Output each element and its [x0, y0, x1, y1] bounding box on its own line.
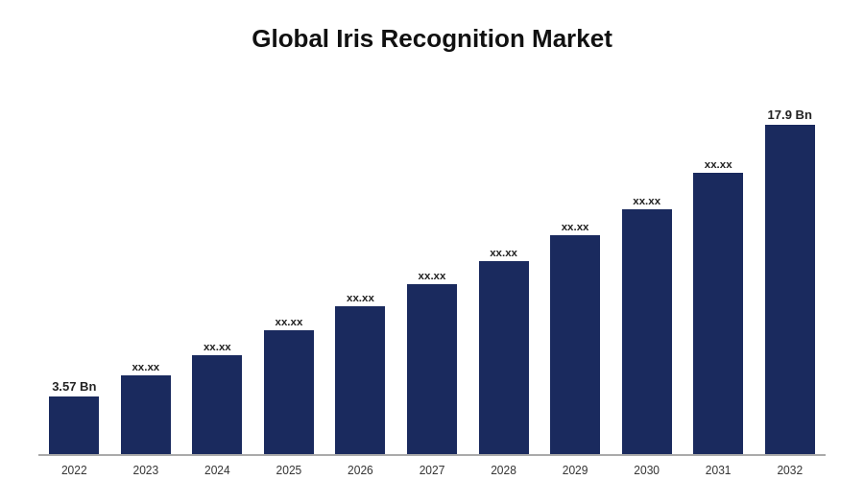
bar-rect: [49, 396, 99, 454]
bar-group: xx.xx2025: [253, 83, 325, 454]
bar-rect: [765, 125, 815, 454]
bar-group: xx.xx2028: [468, 83, 540, 454]
bar-year-label: 2026: [348, 464, 373, 477]
bar-year-label: 2032: [777, 464, 803, 477]
bar-value: xx.xx: [419, 270, 446, 281]
chart-title: Global Iris Recognition Market: [252, 24, 612, 54]
bar-value: xx.xx: [204, 341, 231, 352]
bar-value: 17.9 Bn: [768, 108, 812, 122]
bar-year-label: 2022: [61, 464, 87, 477]
bar-group: xx.xx2029: [540, 83, 612, 454]
bar-rect: [264, 330, 314, 454]
bar-value: xx.xx: [490, 247, 517, 258]
bar-group: xx.xx2026: [324, 83, 396, 454]
bar-group: xx.xx2023: [110, 83, 182, 454]
bar-rect: [622, 209, 672, 454]
bar-rect: [335, 306, 385, 454]
bar-group: xx.xx2031: [683, 83, 755, 454]
bar-group: xx.xx2030: [611, 83, 683, 454]
chart-area: 3.57 Bn2022xx.xx2023xx.xx2024xx.xx2025xx…: [29, 83, 835, 485]
bar-year-label: 2025: [276, 464, 302, 477]
bar-value: xx.xx: [347, 292, 374, 303]
bar-group: xx.xx2024: [181, 83, 253, 454]
bar-rect: [121, 375, 171, 454]
bar-group: 3.57 Bn2022: [38, 83, 110, 454]
bar-rect: [550, 235, 600, 454]
bar-year-label: 2027: [420, 464, 445, 477]
bar-value: 3.57 Bn: [52, 379, 96, 394]
bar-value: xx.xx: [276, 316, 303, 327]
bar-year-label: 2028: [491, 464, 516, 477]
bar-value: xx.xx: [132, 361, 159, 372]
bar-year-label: 2029: [563, 464, 588, 477]
bar-value: xx.xx: [633, 195, 660, 206]
bar-year-label: 2030: [634, 464, 660, 477]
bar-year-label: 2023: [132, 464, 158, 477]
bar-value: xx.xx: [562, 221, 589, 232]
bar-rect: [407, 284, 457, 454]
bar-value: xx.xx: [705, 158, 732, 170]
bar-group: xx.xx2027: [396, 83, 468, 454]
bar-year-label: 2024: [204, 464, 230, 477]
bars-container: 3.57 Bn2022xx.xx2023xx.xx2024xx.xx2025xx…: [38, 83, 826, 456]
bar-rect: [693, 173, 743, 454]
bar-rect: [479, 261, 529, 454]
bar-rect: [192, 355, 242, 454]
bar-year-label: 2031: [706, 464, 732, 477]
bar-group: 17.9 Bn2032: [754, 83, 826, 454]
